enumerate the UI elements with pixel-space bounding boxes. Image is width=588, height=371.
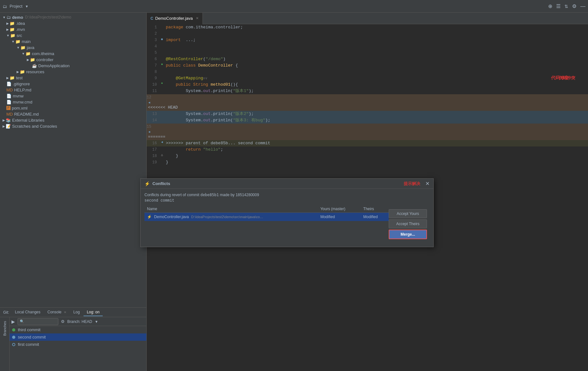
folder-icon-com-itheima: 📁 — [26, 51, 31, 56]
project-title: Project — [10, 4, 22, 9]
tree-item-demo[interactable]: ▼ 🗂 demo D:\IdeaProjects\test2\demo — [0, 14, 146, 20]
tab-console-close[interactable]: ✕ — [64, 310, 66, 314]
editor-tab-democontroller[interactable]: C DemoController.java ✕ — [147, 13, 203, 24]
tree-label-scratches: Scratches and Consoles — [12, 124, 57, 129]
line-code-18: } — [165, 153, 588, 159]
line-num-5: 5 — [147, 50, 159, 56]
tab-local-changes[interactable]: Local Changes — [12, 309, 44, 316]
tree-item-main[interactable]: ▼ 📁 main — [0, 39, 146, 45]
tab-close-icon[interactable]: ✕ — [196, 16, 199, 20]
code-line-9: 9 @GetMapping⊙∨ 代码冲突 — [147, 75, 588, 82]
tree-item-gitignore[interactable]: 📄 .gitignore — [0, 81, 146, 87]
top-bar-icons: ⊕ ☰ ⇅ ⚙ — — [548, 3, 585, 9]
conflict-table-area: Name Yours (master) Theirs ⚡ DemoControl… — [144, 205, 389, 221]
dialog-close-button[interactable]: ✕ — [425, 181, 430, 187]
conflict-info-line: Conflicts during revert of commit debe85… — [144, 193, 430, 197]
dropdown-icon[interactable]: ▼ — [25, 4, 28, 8]
commit-item-third[interactable]: third commit — [10, 326, 146, 333]
xml-icon-pomxml: 🅿 — [6, 106, 11, 111]
arrow-resources: ▶ — [17, 70, 19, 74]
tab-log-on[interactable]: Log: on — [84, 309, 103, 316]
line-code-1: package com.itheima.controller; — [165, 24, 588, 31]
settings-icon[interactable]: ⚙ — [572, 3, 577, 9]
dialog-title: ⚡ Conflicts — [144, 181, 283, 186]
code-line-4: 4 — [147, 43, 588, 50]
tree-label-pomxml: pom.xml — [12, 106, 27, 111]
tree-label-demo-application: DemoApplication — [38, 63, 70, 68]
tab-log[interactable]: Log — [70, 309, 83, 316]
tree-item-scratches[interactable]: ▶ 📝 Scratches and Consoles — [0, 123, 146, 129]
col-yours: Yours (master) — [318, 205, 361, 213]
table-row-democontroller[interactable]: ⚡ DemoController.java D:\IdeaProjects\te… — [144, 213, 389, 221]
minimize-icon[interactable]: — — [580, 4, 585, 9]
line-code-14: System.out.println("版本3: 有bug"); — [165, 117, 588, 124]
git-toolbar: ▶ 🔍 ⚙ Branch: HEAD ▼ — [10, 317, 146, 326]
tree-label-mvn: .mvn — [16, 27, 25, 32]
conflict-label-text: 代码冲突 — [551, 75, 569, 81]
tree-item-pomxml[interactable]: 🅿 pom.xml — [0, 105, 146, 111]
code-line-5: 5 — [147, 50, 588, 56]
code-line-13: 13 System.out.println("版本2"); — [147, 111, 588, 117]
search-input[interactable] — [24, 319, 56, 324]
git-settings-icon[interactable]: ⚙ — [61, 319, 65, 324]
arrow-com-itheima: ▼ — [22, 52, 25, 55]
tree-item-com-itheima[interactable]: ▼ 📁 com.itheima — [0, 51, 146, 57]
code-line-14: 14 System.out.println("版本3: 有bug"); — [147, 117, 588, 124]
merge-button[interactable]: Merge... — [389, 230, 427, 239]
git-panel: Branches ▶ 🔍 ⚙ Branch: HEAD ▼ — [0, 317, 146, 371]
commit-item-second[interactable]: second commit — [10, 333, 146, 341]
tree-item-resources[interactable]: ▶ 📁 resources — [0, 69, 146, 75]
conflicts-icon: ⚡ — [144, 181, 150, 186]
file-icon-mvnw: 📄 — [6, 94, 11, 98]
code-line-18: 18 △ } — [147, 153, 588, 159]
code-line-1: 1 package com.itheima.controller; — [147, 24, 588, 31]
file-path: D:\IdeaProjects\test2\demo\src\main\java… — [191, 215, 263, 219]
conflicts-dialog: ⚡ Conflicts 提示解决 ✕ Conflicts during reve… — [140, 178, 434, 247]
accept-theirs-button[interactable]: Accept Theirs — [389, 219, 427, 228]
tree-item-java[interactable]: ▼ 📁 java — [0, 45, 146, 51]
line-num-19: 19 — [147, 159, 159, 166]
tab-console[interactable]: Console ✕ — [44, 309, 70, 316]
line-num-15: 15 — [147, 125, 154, 129]
dialog-bottom: Name Yours (master) Theirs ⚡ DemoControl… — [144, 205, 430, 243]
tree-item-test[interactable]: ▶ 📁 test — [0, 75, 146, 81]
line-code-11: System.out.println("版本1"); — [165, 88, 588, 94]
commit-item-first[interactable]: first commit — [10, 341, 146, 348]
tree-label-mvnw-cmd: mvnw.cmd — [13, 100, 32, 104]
tree-item-controller[interactable]: ▶ 📁 controller — [0, 57, 146, 63]
branch-dropdown-icon[interactable]: ▼ — [95, 320, 98, 324]
structure-icon[interactable]: ☰ — [556, 3, 561, 9]
yours-status: Modified — [320, 215, 335, 219]
search-icon: 🔍 — [20, 319, 24, 324]
tree-item-mvnw-cmd[interactable]: 📄 mvnw.cmd — [0, 99, 146, 105]
folder-icon-mvn: 📁 — [10, 27, 15, 32]
tree-item-external-libraries[interactable]: ▶ 📚 External Libraries — [0, 117, 146, 123]
commit-label-third: third commit — [18, 327, 40, 332]
line-num-8: 8 — [147, 69, 159, 75]
tree-item-src[interactable]: ▼ 📁 src — [0, 32, 146, 39]
line-code-12: <<<<<<< HEAD — [147, 105, 178, 110]
line-num-4: 4 — [147, 43, 159, 50]
line-num-7: 7 — [147, 62, 159, 69]
tree-item-demo-application[interactable]: ☕ DemoApplication — [0, 63, 146, 69]
code-line-8: 8 — [147, 69, 588, 75]
search-box[interactable]: 🔍 — [18, 318, 58, 325]
line-code-7: public class DemoController { — [165, 62, 588, 69]
dialog-buttons: Accept Yours Accept Theirs Merge... — [389, 205, 430, 243]
tree-item-helpmd[interactable]: MD HELP.md — [0, 87, 146, 93]
filter-icon[interactable]: ⇅ — [564, 4, 568, 9]
tree-item-idea[interactable]: ▶ 📁 .idea — [0, 20, 146, 26]
tree-label-gitignore: .gitignore — [13, 82, 30, 86]
git-expand-icon[interactable]: ▶ — [11, 319, 15, 324]
tree-item-mvn[interactable]: ▶ 📁 .mvn — [0, 26, 146, 32]
line-gutter-16: ◀ — [159, 140, 165, 144]
tree-item-mvnw[interactable]: 📄 mvnw — [0, 93, 146, 99]
code-line-16: 16 ◀ >>>>>>> parent of debe85b... second… — [147, 140, 588, 146]
editor-tabs: C DemoController.java ✕ — [147, 13, 588, 24]
tree-item-readmemd[interactable]: MD README.md — [0, 111, 146, 117]
dialog-body: Conflicts during revert of commit debe85… — [141, 189, 433, 247]
java-tab-icon: C — [151, 16, 153, 21]
code-line-3: 3 ● import ...; — [147, 37, 588, 43]
navigate-icon[interactable]: ⊕ — [548, 3, 552, 9]
accept-yours-button[interactable]: Accept Yours — [389, 209, 427, 218]
